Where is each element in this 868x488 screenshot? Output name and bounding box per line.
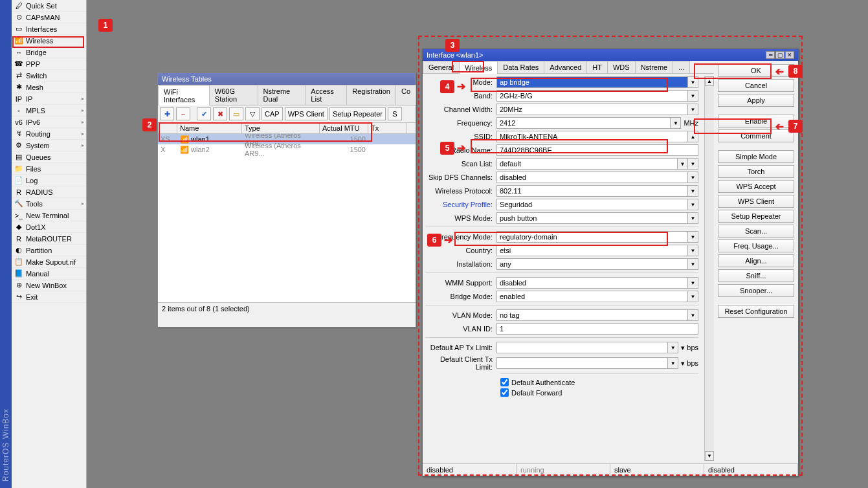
input-mode[interactable] [496,76,688,88]
input-chwidth[interactable] [496,104,688,115]
input-country[interactable] [496,245,688,256]
dropdown-icon[interactable]: ▼ [688,90,698,102]
sidebar-item-files[interactable]: 📁Files [12,163,86,175]
cross-button[interactable]: ✖ [213,107,227,120]
dropdown-icon[interactable]: ▼ [688,76,698,88]
tab-data-rates[interactable]: Data Rates [497,61,544,73]
tbtn-cap[interactable]: CAP [262,107,283,120]
check-button[interactable]: ✔ [197,107,211,120]
sidebar-item-manual[interactable]: 📘Manual [12,268,86,280]
input-wproto[interactable] [496,185,688,197]
button-apply[interactable]: Apply [718,94,794,107]
input-wps[interactable] [496,212,688,224]
sidebar-item-quick-set[interactable]: 🖊Quick Set [12,0,86,12]
input-install[interactable] [496,258,688,270]
scroll-down-icon[interactable]: ▼ [705,451,714,461]
button-wps-client[interactable]: WPS Client [718,195,794,208]
tab-wireless[interactable]: Wireless [459,61,498,74]
tbtn-s[interactable]: S [388,107,402,120]
tab-advanced[interactable]: Advanced [544,61,587,73]
sidebar-item-mesh[interactable]: ✱Mesh [12,82,86,93]
input-fmode[interactable] [496,231,688,243]
minimize-icon[interactable]: ━ [766,51,775,59]
sidebar-item-new-winbox[interactable]: ⊕New WinBox [12,280,86,291]
input-freq[interactable] [496,117,671,129]
maximize-icon[interactable]: ▢ [775,51,785,59]
sidebar-item-metarouter[interactable]: RMetaROUTER [12,233,86,245]
sidebar-item-queues[interactable]: ▤Queues [12,151,86,163]
dropdown-icon[interactable]: ▼ [678,158,688,170]
sidebar-item-exit[interactable]: ↪Exit [12,291,86,303]
column-header[interactable]: Name [177,123,242,133]
input-scan[interactable] [496,158,678,170]
tab-w60g-station[interactable]: W60G Station [209,85,258,105]
button-torch[interactable]: Torch [718,165,794,178]
dropdown-icon[interactable]: ▼ [688,185,698,197]
dropdown-icon[interactable]: ▼ [688,158,698,170]
table-row[interactable]: X📶 wlan2Wireless (Atheros AR9...1500 [158,144,416,155]
remove-button[interactable]: − [176,107,190,120]
sidebar-item-ipv6[interactable]: v6IPv6▸ [12,116,86,128]
button-cancel[interactable]: Cancel [718,79,794,92]
column-header[interactable]: Type [242,123,320,133]
dialog-title[interactable]: Interface <wlan1> ━ ▢ ✕ [423,49,798,61]
dropdown-icon[interactable]: ▼ [671,117,681,129]
scroll-up-icon[interactable]: ▲ [705,76,714,86]
input-secprof[interactable] [496,199,688,210]
sidebar-item-ppp[interactable]: ☎PPP [12,58,86,70]
button-snooper-[interactable]: Snooper... [718,284,794,297]
tab-ht[interactable]: HT [586,61,608,73]
input-skipdfs[interactable] [496,172,688,183]
sidebar-item-mpls[interactable]: ◦MPLS▸ [12,105,86,116]
button-scan-[interactable]: Scan... [718,225,794,238]
tab-nstreme-dual[interactable]: Nstreme Dual [258,85,306,105]
button-freq-usage-[interactable]: Freq. Usage... [718,239,794,252]
tab-registration[interactable]: Registration [346,85,396,105]
tab--[interactable]: ... [673,61,690,73]
column-header[interactable]: Actual MTU [320,123,368,133]
expand-icon[interactable]: ▼ [668,342,678,353]
button-align-[interactable]: Align... [718,254,794,267]
note-button[interactable]: ▭ [229,107,243,120]
sidebar-item-radius[interactable]: RRADIUS [12,186,86,198]
sidebar-item-make-supout.rif[interactable]: 📋Make Supout.rif [12,256,86,268]
sidebar-item-new-terminal[interactable]: >_New Terminal [12,210,86,221]
table-body[interactable]: XS📶 wlan1Wireless (Atheros AR9...1500X📶 … [158,134,416,302]
checkbox-auth[interactable] [500,378,509,386]
window-title[interactable]: Wireless Tables [158,73,416,85]
input-band[interactable] [496,90,688,102]
tbtn-wps-client[interactable]: WPS Client [285,107,328,120]
dropdown-icon[interactable]: ▼ [688,199,698,210]
input-ssid[interactable] [496,131,688,142]
tab-general[interactable]: General [423,61,460,73]
dropdown-icon[interactable]: ▼ [688,309,698,321]
close-icon[interactable]: ✕ [785,51,794,59]
dropdown-icon[interactable]: ▼ [688,104,698,115]
filter-button[interactable]: ▽ [245,107,260,120]
sidebar-item-dot1x[interactable]: ◆Dot1X [12,221,86,233]
sidebar-item-capsman[interactable]: ⊙CAPsMAN [12,12,86,23]
input-wmm[interactable] [496,277,688,289]
button-setup-repeater[interactable]: Setup Repeater [718,210,794,223]
input-cltx[interactable] [496,357,668,369]
sidebar-item-bridge[interactable]: ↔Bridge [12,47,86,58]
input-vlanm[interactable] [496,309,688,321]
expand-icon[interactable]: ▲ [688,131,698,142]
sidebar-item-log[interactable]: 📄Log [12,175,86,186]
input-aptx[interactable] [496,342,668,353]
input-radio[interactable] [496,144,698,156]
dropdown-icon[interactable]: ▼ [688,172,698,183]
sidebar-item-switch[interactable]: ⇄Switch [12,70,86,82]
dropdown-icon[interactable]: ▼ [688,231,698,243]
tbtn-setup-repeater[interactable]: Setup Repeater [329,107,386,120]
dropdown-icon[interactable]: ▼ [688,291,698,302]
input-bmode[interactable] [496,291,688,302]
tab-access-list[interactable]: Access List [305,85,347,105]
button-reset-configuration[interactable]: Reset Configuration [718,305,794,318]
tab-nstreme[interactable]: Nstreme [635,61,674,73]
column-header[interactable] [158,123,177,133]
sidebar-item-system[interactable]: ⚙System▸ [12,140,86,151]
tab-wds[interactable]: WDS [607,61,636,73]
dropdown-icon[interactable]: ▼ [688,212,698,224]
input-vlanid[interactable] [496,323,698,335]
